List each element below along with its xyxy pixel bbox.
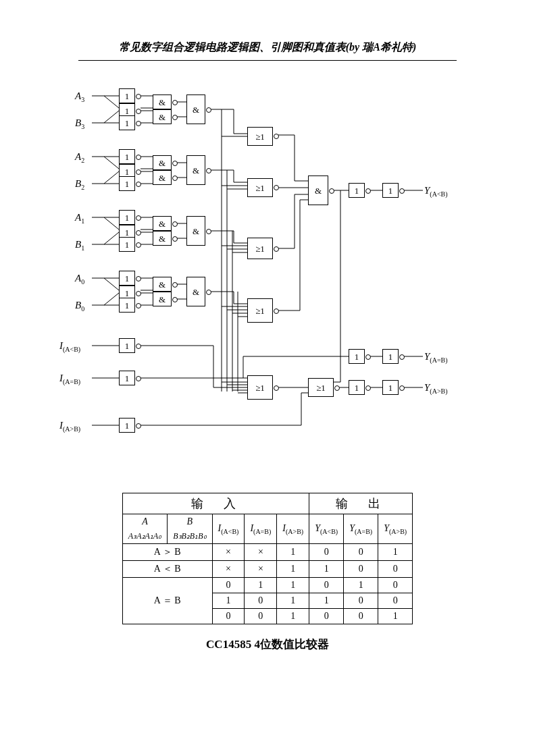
- gate-and: &: [186, 216, 205, 246]
- label-A3: A3: [75, 90, 84, 103]
- table-row: A ＜ B ××1 100: [122, 561, 412, 578]
- gate-buffer: 1: [119, 176, 135, 191]
- gate-or: ≥1: [247, 375, 273, 400]
- label-IgtB: I(A>B): [59, 420, 80, 433]
- svg-line-16: [104, 232, 119, 244]
- truth-table: 输入 输出 A B I(A<B) I(A=B) I(A>B) Y(A<B) Y(…: [122, 493, 413, 624]
- gate-and: &: [153, 277, 172, 292]
- gate-buffer: 1: [119, 88, 135, 103]
- gate-buffer: 1: [119, 210, 135, 225]
- page-header: 常见数字组合逻辑电路逻辑图、引脚图和真值表(by 瑞A希礼特): [78, 0, 457, 61]
- gate-and: &: [153, 109, 172, 124]
- gate-and: &: [186, 155, 205, 185]
- svg-line-12: [104, 111, 119, 123]
- gate-buffer: 1: [382, 380, 399, 395]
- gate-buffer: 1: [119, 298, 135, 313]
- gate-and: &: [153, 155, 172, 170]
- gate-and: &: [308, 176, 328, 205]
- svg-line-15: [104, 217, 119, 230]
- gate-buffer: 1: [119, 271, 135, 286]
- gate-buffer: 1: [119, 418, 135, 433]
- hdr-input: 输入: [122, 493, 309, 514]
- gate-buffer: 1: [119, 237, 135, 252]
- gate-buffer: 1: [119, 338, 135, 353]
- gate-or: ≥1: [247, 238, 273, 259]
- hdr-output: 输出: [309, 493, 413, 514]
- gate-and: &: [153, 94, 172, 109]
- svg-line-18: [104, 293, 119, 305]
- figure-caption: CC14585 4位数值比较器: [0, 637, 535, 652]
- gate-or: ≥1: [247, 298, 273, 323]
- label-A2: A2: [75, 151, 84, 164]
- table-row: A ＝ B 011 010: [122, 578, 412, 593]
- label-Ylt: Y(A<B): [424, 185, 448, 198]
- svg-line-17: [104, 278, 119, 290]
- label-IeqB: I(A=B): [59, 373, 80, 385]
- table-row: A B I(A<B) I(A=B) I(A>B) Y(A<B) Y(A=B) Y…: [122, 514, 412, 530]
- label-Yeq: Y(A=B): [424, 351, 448, 364]
- label-B0: B0: [75, 300, 84, 313]
- label-A1: A1: [75, 212, 84, 225]
- gate-buffer: 1: [119, 371, 135, 385]
- table-row: 输入 输出: [122, 493, 412, 514]
- svg-line-14: [104, 171, 119, 184]
- gate-and: &: [153, 216, 172, 231]
- gate-and: &: [186, 94, 205, 124]
- label-Ygt: Y(A>B): [424, 382, 448, 395]
- gate-buffer: 1: [119, 115, 135, 130]
- gate-and: &: [153, 170, 172, 185]
- gate-buffer: 1: [349, 349, 365, 364]
- label-B2: B2: [75, 178, 84, 191]
- gate-and: &: [153, 292, 172, 306]
- gate-buffer: 1: [349, 380, 365, 395]
- svg-line-13: [104, 157, 119, 169]
- gate-or: ≥1: [308, 378, 334, 397]
- label-B1: B1: [75, 239, 84, 252]
- label-A0: A0: [75, 273, 84, 286]
- label-B3: B3: [75, 117, 84, 130]
- gate-buffer: 1: [382, 183, 399, 198]
- svg-line-11: [104, 96, 119, 108]
- label-IltB: I(A<B): [59, 340, 80, 353]
- gate-and: &: [153, 231, 172, 246]
- logic-diagram: A3 B3 A2 B2 A1 B1 A0 B0 I(A<B) I(A=B) I(…: [78, 81, 457, 486]
- gate-or: ≥1: [247, 127, 273, 146]
- table-row: A ＞ B ××1 001: [122, 544, 412, 561]
- gate-buffer: 1: [119, 149, 135, 164]
- gate-or: ≥1: [247, 178, 273, 197]
- gate-buffer: 1: [349, 183, 365, 198]
- gate-buffer: 1: [382, 349, 399, 364]
- gate-and: &: [186, 277, 205, 306]
